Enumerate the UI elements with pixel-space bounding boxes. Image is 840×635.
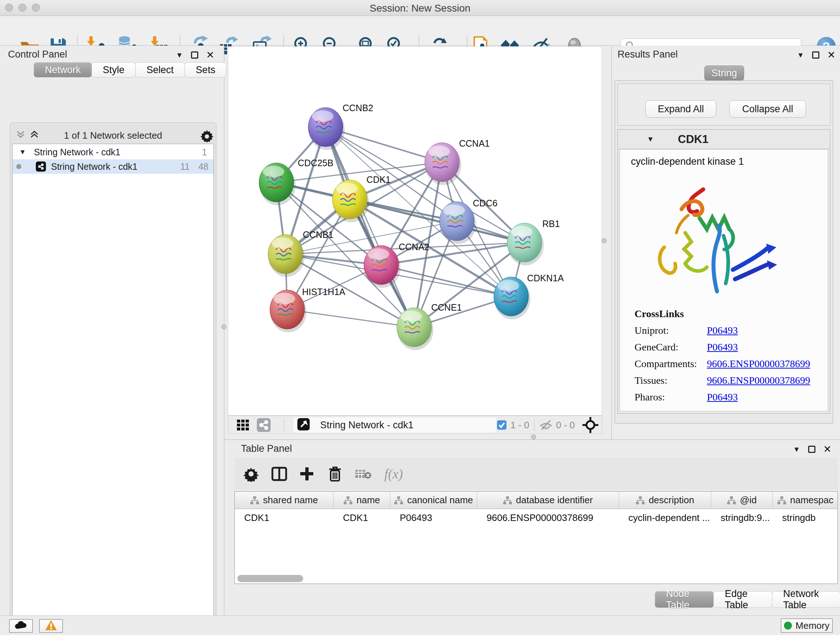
expander-triangle-icon[interactable]: ▼ xyxy=(647,135,654,143)
column-header-shared-name[interactable]: shared name xyxy=(235,492,333,509)
node-table: shared namenamecanonical namedatabase id… xyxy=(234,491,838,584)
close-panel-icon[interactable]: ✕ xyxy=(823,443,832,455)
table-row[interactable]: CDK1CDK1P064939606.ENSP00000378699cyclin… xyxy=(235,509,837,526)
network-edge-count: 48 xyxy=(198,162,208,172)
crosslinks-rows: Uniprot:P06493GeneCard:P06493Compartment… xyxy=(635,325,810,403)
network-edge[interactable] xyxy=(325,127,414,327)
grid-view-icon[interactable] xyxy=(236,418,251,433)
collapse-panel-icon[interactable]: ▼ xyxy=(793,445,800,454)
column-header-name[interactable]: name xyxy=(333,492,390,509)
selected-checkbox-icon[interactable] xyxy=(497,420,507,432)
memory-button[interactable]: Memory xyxy=(781,618,833,633)
close-panel-icon[interactable]: ✕ xyxy=(206,49,215,61)
tab-sets[interactable]: Sets xyxy=(185,62,226,78)
column-header-namespac[interactable]: namespac xyxy=(773,492,838,509)
node-description: cyclin-dependent kinase 1 xyxy=(631,156,744,167)
node-label: CDC6 xyxy=(473,198,497,208)
hidden-eye-icon[interactable] xyxy=(538,420,553,432)
vertical-splitter-handle[interactable] xyxy=(221,325,226,329)
node-highlight xyxy=(336,183,358,195)
table-toolbar: f(x) xyxy=(234,458,838,490)
float-panel-icon[interactable] xyxy=(191,51,198,59)
table-cell[interactable]: stringdb:9... xyxy=(711,509,773,526)
network-row[interactable]: String Network - cdk1 11 48 xyxy=(13,159,213,174)
vertical-splitter-handle[interactable] xyxy=(602,238,607,243)
network-title-segment: String Network - cdk1 xyxy=(294,417,496,432)
network-collection-label: String Network - cdk1 xyxy=(34,147,120,157)
collapse-panel-icon[interactable]: ▼ xyxy=(176,51,183,59)
tab-string[interactable]: String xyxy=(704,65,744,81)
collapse-all-button[interactable]: Collapse All xyxy=(729,100,806,118)
crosslink-value-link[interactable]: P06493 xyxy=(707,391,738,403)
table-gear-icon[interactable] xyxy=(241,464,261,484)
column-header-canonical-name[interactable]: canonical name xyxy=(390,492,477,509)
tab-edge-table[interactable]: Edge Table xyxy=(714,591,772,608)
function-builder-icon[interactable]: f(x) xyxy=(379,464,408,484)
crosslink-value-link[interactable]: P06493 xyxy=(707,341,738,353)
protein-structure-image xyxy=(642,175,786,305)
tab-network-table[interactable]: Network Table xyxy=(772,591,840,608)
table-cell[interactable]: stringdb xyxy=(773,509,838,526)
warning-button[interactable] xyxy=(39,619,63,633)
table-cell[interactable]: P06493 xyxy=(390,509,477,526)
birdseye-crosshair-icon[interactable] xyxy=(582,417,599,435)
crosslink-label: Pharos: xyxy=(635,391,707,403)
network-edge[interactable] xyxy=(350,200,524,242)
table-cell[interactable]: cyclin-dependent ... xyxy=(619,509,711,526)
network-tab-content: 1 of 1 Network selected ▼ String Network… xyxy=(10,122,216,635)
add-column-icon[interactable] xyxy=(297,464,317,484)
delete-table-icon[interactable] xyxy=(353,464,373,484)
crosslink-label: Compartments: xyxy=(635,358,707,370)
table-cell[interactable]: 9606.ENSP00000378699 xyxy=(477,509,619,526)
columns-icon[interactable] xyxy=(269,464,289,484)
crosslink-value-link[interactable]: 9606.ENSP00000378699 xyxy=(707,358,810,370)
horizontal-scrollbar[interactable] xyxy=(237,575,303,582)
expander-triangle-icon[interactable]: ▼ xyxy=(19,148,26,156)
network-view-canvas[interactable]: CCNB2CCNA1CDC25BCDK1CDC6RB1CCNB1CCNA2CDK… xyxy=(228,46,602,416)
table-cell[interactable]: CDK1 xyxy=(235,509,333,526)
tab-node-table[interactable]: Node Table xyxy=(655,591,714,608)
column-header-database-identifier[interactable]: database identifier xyxy=(477,492,619,509)
crosslink-value-link[interactable]: 9606.ENSP00000378699 xyxy=(707,375,810,386)
network-row-label: String Network - cdk1 xyxy=(51,162,137,172)
share-view-icon[interactable] xyxy=(256,418,271,434)
node-highlight xyxy=(368,249,389,260)
gear-icon[interactable] xyxy=(200,128,214,144)
tab-style[interactable]: Style xyxy=(92,62,136,78)
memory-status-dot xyxy=(784,622,792,630)
column-header--id[interactable]: @id xyxy=(711,492,773,509)
node-label: CDK1 xyxy=(366,174,391,185)
crosslink-label: GeneCard: xyxy=(635,341,707,353)
collapse-panel-icon[interactable]: ▼ xyxy=(797,51,804,59)
network-graph[interactable]: CCNB2CCNA1CDC25BCDK1CDC6RB1CCNB1CCNA2CDK… xyxy=(228,47,602,416)
expand-all-button[interactable]: Expand All xyxy=(645,100,716,118)
table-panel: Table Panel ▼ ✕ f(x) shared namenamecano… xyxy=(224,440,840,616)
hidden-count: 0 - 0 xyxy=(556,420,575,431)
table-panel-title: Table Panel xyxy=(241,443,292,454)
network-list: ▼ String Network - cdk1 1 String Network… xyxy=(12,144,214,635)
network-view-title: String Network - cdk1 xyxy=(320,420,414,431)
float-panel-icon[interactable] xyxy=(808,446,815,453)
tab-network[interactable]: Network xyxy=(34,62,92,78)
column-header-description[interactable]: description xyxy=(619,492,711,509)
node-highlight xyxy=(312,111,333,122)
node-highlight xyxy=(443,204,465,216)
float-panel-icon[interactable] xyxy=(812,51,819,59)
control-panel-tabs: NetworkStyleSelectSets xyxy=(34,62,226,78)
node-label: RB1 xyxy=(542,219,560,229)
results-panel-window-buttons: ▼ ✕ xyxy=(797,49,835,61)
node-entry-header[interactable]: ▼ CDK1 xyxy=(618,130,830,149)
network-collection-row[interactable]: ▼ String Network - cdk1 1 xyxy=(13,145,213,159)
title-bar: Session: New Session xyxy=(0,0,840,16)
tab-select[interactable]: Select xyxy=(135,62,185,78)
external-link-icon[interactable] xyxy=(297,418,310,432)
close-panel-icon[interactable]: ✕ xyxy=(827,49,836,61)
cloud-button[interactable] xyxy=(9,619,33,633)
results-panel-title: Results Panel xyxy=(617,49,678,60)
table-cell[interactable]: CDK1 xyxy=(333,509,390,526)
horizontal-splitter-handle[interactable] xyxy=(531,434,536,440)
crosslink-label: Tissues: xyxy=(635,375,707,386)
delete-column-icon[interactable] xyxy=(325,464,345,484)
string-results-container: Expand All Collapse All ▼ CDK1 cyclin-de… xyxy=(615,80,833,424)
crosslink-value-link[interactable]: P06493 xyxy=(707,325,738,336)
